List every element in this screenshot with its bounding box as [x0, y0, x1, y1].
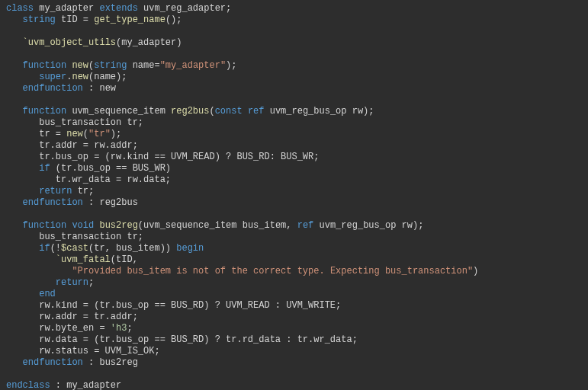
code-token: (name); [88, 72, 127, 82]
code-token: ( [83, 129, 88, 139]
code-token: "tr" [88, 129, 111, 139]
code-line: string tID = get_type_name(); [6, 14, 582, 26]
code-line: endfunction : new [6, 83, 582, 94]
code-line: function new(string name="my_adapter"); [6, 60, 582, 72]
code-token: super [39, 72, 66, 82]
code-line: tr.addr = rw.addr; [6, 140, 582, 152]
code-token: endclass [6, 380, 56, 390]
code-line: class my_adapter extends uvm_reg_adapter… [6, 3, 582, 14]
code-line: endclass : my_adapter [6, 380, 582, 390]
code-token: "my_adapter" [160, 60, 226, 71]
code-token: ; [127, 323, 132, 334]
code-line: end [6, 289, 582, 300]
code-token: `uvm_object_utils [23, 37, 116, 48]
code-token: rw.data = (tr.bus_op == BUS_RD) ? tr.rd_… [6, 334, 358, 345]
code-line [6, 369, 582, 380]
code-token: return [56, 277, 88, 288]
code-token: if [39, 163, 56, 174]
code-token: string [94, 60, 132, 71]
code-token [6, 289, 39, 299]
code-token [6, 37, 23, 48]
code-token: ref [297, 220, 320, 231]
code-token: ; [88, 277, 94, 288]
code-token [6, 254, 56, 265]
code-token: class [6, 3, 39, 14]
code-line: tr.wr_data = rw.data; [6, 174, 582, 186]
code-line [6, 209, 582, 220]
code-token: endfunction [23, 83, 88, 94]
code-line [6, 26, 582, 37]
code-line: super.new(name); [6, 72, 582, 83]
code-line: `uvm_object_utils(my_adapter) [6, 37, 582, 49]
code-line: `uvm_fatal(tID, [6, 254, 582, 266]
code-token: new [72, 72, 88, 82]
code-line: function uvm_sequence_item reg2bus(const… [6, 106, 582, 117]
code-token: string [23, 14, 61, 25]
code-token: tr.bus_op = (rw.kind == UVM_READ) ? BUS_… [6, 152, 319, 162]
code-line: "Provided bus_item is not of the correct… [6, 266, 582, 277]
code-line: bus_transaction tr; [6, 232, 582, 243]
code-line: function void bus2reg(uvm_sequence_item … [6, 220, 582, 232]
code-token: bus_transaction tr; [6, 232, 143, 242]
code-token: ); [226, 60, 236, 71]
code-token: my_adapter [39, 3, 99, 14]
code-token [6, 186, 39, 197]
code-token: rw.status = UVM_IS_OK; [6, 346, 160, 356]
code-token: const ref [215, 106, 270, 117]
code-line: rw.addr = tr.addr; [6, 312, 582, 323]
code-token: function [23, 60, 72, 71]
code-token: "Provided bus_item is not of the correct… [72, 266, 473, 277]
code-token: : my_adapter [56, 380, 121, 390]
code-token: tr; [78, 186, 95, 197]
code-token: new [66, 129, 83, 139]
code-token: rw.kind = (tr.bus_op == BUS_RD) ? UVM_RE… [6, 300, 341, 311]
code-token: endfunction [23, 357, 88, 368]
code-token: $cast [61, 243, 88, 254]
code-line: endfunction : bus2reg [6, 357, 582, 369]
code-token: return [39, 186, 77, 197]
code-line: tr = new("tr"); [6, 129, 582, 140]
code-editor[interactable]: class my_adapter extends uvm_reg_adapter… [0, 0, 588, 390]
code-token [6, 357, 23, 368]
code-token: : reg2bus [88, 197, 138, 208]
code-token: new [72, 60, 88, 71]
code-token: : bus2reg [88, 357, 138, 368]
code-token: end [39, 289, 56, 299]
code-token: rw.addr = tr.addr; [6, 312, 138, 322]
code-token: if [39, 243, 50, 254]
code-line [6, 94, 582, 106]
code-token: uvm_sequence_item [72, 106, 171, 117]
code-token: name= [133, 60, 160, 71]
code-token [6, 83, 23, 94]
code-line: if(!$cast(tr, bus_item)) begin [6, 243, 582, 254]
code-token: bus2reg [99, 220, 137, 231]
code-token: (! [50, 243, 61, 254]
code-token: endfunction [23, 197, 88, 208]
code-token: extends [99, 3, 143, 14]
code-token: (); [165, 14, 182, 25]
code-line: rw.status = UVM_IS_OK; [6, 346, 582, 357]
code-token: tr = [6, 129, 66, 139]
code-line: if (tr.bus_op == BUS_WR) [6, 163, 582, 174]
code-token: get_type_name [94, 14, 165, 25]
code-token [6, 197, 23, 208]
code-token: function [23, 106, 72, 117]
code-token: (uvm_sequence_item bus_item, [138, 220, 297, 231]
code-token [6, 220, 23, 231]
code-token [6, 243, 39, 254]
code-token: rw.byte_en = [6, 323, 111, 334]
code-token: : new [88, 83, 116, 94]
code-token [6, 277, 56, 288]
code-line: endfunction : reg2bus [6, 197, 582, 209]
code-token [6, 106, 23, 117]
code-line: tr.bus_op = (rw.kind == UVM_READ) ? BUS_… [6, 152, 582, 163]
code-line: bus_transaction tr; [6, 117, 582, 129]
code-token: 'h3 [111, 323, 127, 334]
code-token: uvm_reg_adapter; [143, 3, 231, 14]
code-token: tr.addr = rw.addr; [6, 140, 138, 151]
code-token: (tr, bus_item)) [88, 243, 176, 254]
code-token: bus_transaction tr; [6, 117, 143, 128]
code-token [6, 60, 23, 71]
code-token: reg2bus [171, 106, 209, 117]
code-token [6, 72, 39, 82]
